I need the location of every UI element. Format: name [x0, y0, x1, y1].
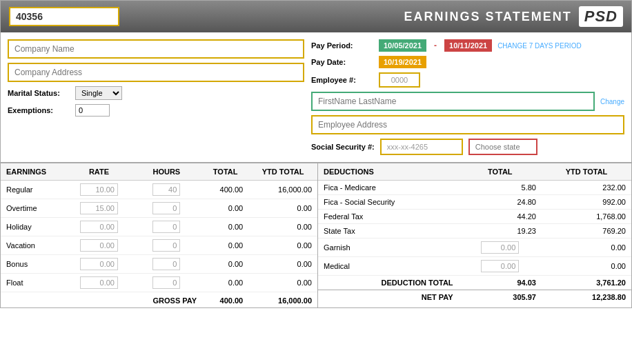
net-pay-ytd: 12,238.80	[542, 290, 631, 305]
table-row: Overtime 0.00 0.00	[1, 199, 317, 218]
pay-period-end: 10/11/2021	[444, 39, 492, 52]
earnings-statement-label: EARNINGS STATEMENT	[404, 10, 571, 24]
exemptions-label: Exemptions:	[8, 106, 70, 114]
change-period-link[interactable]: CHANGE 7 DAYS PERIOD	[497, 42, 582, 50]
form-left: Marital Status: Single Married Exemption…	[8, 39, 304, 155]
ytd-cell: 16,000.00	[248, 181, 317, 199]
form-right: Pay Period: 10/05/2021 - 10/11/2021 CHAN…	[311, 39, 624, 155]
table-row: Federal Tax 44.20 1,768.00	[318, 210, 631, 224]
deduct-ytd-cell: 0.00	[542, 257, 631, 276]
net-pay-row: NET PAY 305.97 12,238.80	[318, 290, 631, 305]
hours-cell[interactable]	[131, 255, 202, 274]
hours-cell[interactable]	[131, 274, 202, 292]
total-cell: 0.00	[202, 274, 248, 292]
pay-date-row: Pay Date: 10/19/2021	[311, 56, 624, 68]
table-row: State Tax 19.23 769.20	[318, 224, 631, 239]
psd-logo: PSD	[579, 6, 623, 27]
pay-period-label: Pay Period:	[311, 41, 373, 50]
deduct-total-cell: 5.80	[459, 181, 542, 195]
ssn-input[interactable]	[380, 139, 463, 155]
deduction-total: 94.03	[459, 276, 542, 290]
table-row: Garnish 0.00	[318, 239, 631, 257]
deduct-total-cell[interactable]	[459, 239, 542, 257]
hours-col-header: HOURS	[131, 163, 202, 181]
total-cell: 0.00	[202, 218, 248, 236]
gross-pay-ytd: 16,000.00	[248, 292, 317, 308]
deduction-total-label: DEDUCTION TOTAL	[318, 276, 459, 290]
employee-name-input[interactable]	[311, 92, 595, 111]
deduct-ytd-cell: 1,768.00	[542, 210, 631, 224]
form-section: Marital Status: Single Married Exemption…	[1, 32, 631, 163]
deduction-label: Medical	[318, 257, 459, 276]
earnings-table-container: EARNINGS RATE HOURS TOTAL YTD TOTAL Regu…	[1, 163, 318, 307]
employee-address-input[interactable]	[311, 115, 624, 134]
marital-status-select[interactable]: Single Married	[75, 86, 122, 100]
earning-label: Overtime	[1, 199, 67, 218]
pay-date-value: 10/19/2021	[379, 56, 426, 68]
earning-label: Regular	[1, 181, 67, 199]
exemptions-row: Exemptions:	[8, 104, 304, 117]
rate-cell[interactable]	[67, 274, 130, 292]
employee-name-row: Change	[311, 92, 624, 111]
rate-cell[interactable]	[67, 199, 130, 218]
deduct-total-cell: 19.23	[459, 224, 542, 239]
earning-label: Float	[1, 274, 67, 292]
company-name-input[interactable]	[8, 39, 304, 59]
pay-period-start: 10/05/2021	[379, 39, 426, 52]
table-row: Medical 0.00	[318, 257, 631, 276]
deductions-total-header: TOTAL	[459, 163, 542, 181]
deduction-total-row: DEDUCTION TOTAL 94.03 3,761.20	[318, 276, 631, 290]
rate-cell[interactable]	[67, 236, 130, 255]
deduction-ytd-total: 3,761.20	[542, 276, 631, 290]
hours-cell[interactable]	[131, 236, 202, 255]
header-title: EARNINGS STATEMENT PSD	[404, 6, 623, 27]
ytd-cell: 0.00	[248, 199, 317, 218]
change-name-link[interactable]: Change	[600, 98, 624, 105]
deductions-table-container: DEDUCTIONS TOTAL YTD TOTAL Fica - Medica…	[318, 163, 631, 307]
total-cell: 0.00	[202, 199, 248, 218]
hours-cell[interactable]	[131, 218, 202, 236]
pay-date-label: Pay Date:	[311, 58, 373, 66]
ytd-cell: 0.00	[248, 236, 317, 255]
deductions-ytd-header: YTD TOTAL	[542, 163, 631, 181]
deduction-label: Fica - Social Security	[318, 195, 459, 210]
marital-status-row: Marital Status: Single Married	[8, 86, 304, 100]
net-pay-total: 305.97	[459, 290, 542, 305]
pay-period-row: Pay Period: 10/05/2021 - 10/11/2021 CHAN…	[311, 39, 624, 52]
earning-label: Vacation	[1, 236, 67, 255]
deduct-total-cell: 24.80	[459, 195, 542, 210]
rate-cell[interactable]	[67, 255, 130, 274]
table-row: Float 0.00 0.00	[1, 274, 317, 292]
ytd-cell: 0.00	[248, 274, 317, 292]
deduction-label: Federal Tax	[318, 210, 459, 224]
gross-pay-spacer	[1, 292, 131, 308]
ytd-cell: 0.00	[248, 218, 317, 236]
deduction-label: Fica - Medicare	[318, 181, 459, 195]
company-address-input[interactable]	[8, 63, 304, 82]
ytd-total-col-header: YTD TOTAL	[248, 163, 317, 181]
header: EARNINGS STATEMENT PSD	[1, 1, 631, 32]
employee-num-input[interactable]	[379, 72, 420, 88]
state-input[interactable]	[468, 139, 537, 155]
table-row: Regular 400.00 16,000.00	[1, 181, 317, 199]
ytd-cell: 0.00	[248, 255, 317, 274]
earnings-col-header: EARNINGS	[1, 163, 67, 181]
exemptions-input[interactable]	[75, 104, 110, 117]
gross-pay-label: GROSS PAY	[131, 292, 202, 308]
total-col-header: TOTAL	[202, 163, 248, 181]
deduct-ytd-cell: 0.00	[542, 239, 631, 257]
deduct-ytd-cell: 992.00	[542, 195, 631, 210]
deduct-ytd-cell: 232.00	[542, 181, 631, 195]
hours-cell[interactable]	[131, 199, 202, 218]
total-cell: 0.00	[202, 236, 248, 255]
earning-label: Holiday	[1, 218, 67, 236]
deduction-label: Garnish	[318, 239, 459, 257]
employee-num-label: Employee #:	[311, 76, 373, 84]
table-row: Bonus 0.00 0.00	[1, 255, 317, 274]
total-cell: 0.00	[202, 255, 248, 274]
document-id-input[interactable]	[9, 7, 119, 26]
deduct-total-cell[interactable]	[459, 257, 542, 276]
rate-cell[interactable]	[67, 181, 130, 199]
hours-cell[interactable]	[131, 181, 202, 199]
rate-cell[interactable]	[67, 218, 130, 236]
